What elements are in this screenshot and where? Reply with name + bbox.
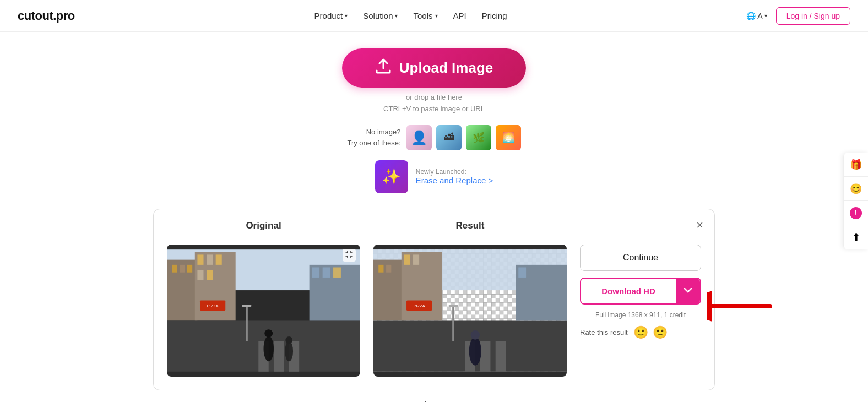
right-sidebar: 🎁 😊 ! ⬆	[843, 153, 868, 249]
svg-rect-9	[216, 254, 222, 264]
crop-icon[interactable]	[343, 249, 356, 262]
newly-launched-row: ✨ Newly Launched: Erase and Replace >	[375, 160, 493, 193]
result-image-container: PIZZA	[373, 245, 567, 377]
svg-rect-36	[386, 264, 391, 272]
svg-rect-4	[180, 264, 185, 272]
sample-images: 👤 🏙 🌿 🌅	[406, 125, 521, 150]
rate-label: Rate this result	[580, 328, 628, 336]
rate-icons: 🙂 🙁	[633, 325, 668, 340]
svg-rect-38	[404, 254, 410, 264]
thumbs-up-icon[interactable]: 🙂	[633, 325, 648, 340]
svg-rect-10	[197, 270, 203, 280]
original-image: PIZZA	[167, 245, 360, 377]
svg-rect-26	[246, 305, 248, 341]
svg-point-47	[470, 330, 480, 340]
translate-icon: 🌐	[746, 12, 756, 20]
gift-icon: 🎁	[850, 159, 862, 171]
svg-rect-8	[207, 254, 213, 264]
chevron-down-icon: ▾	[395, 13, 398, 19]
erase-replace-link[interactable]: Erase and Replace >	[416, 176, 493, 185]
more-features-chevron-up-icon: ▲	[456, 400, 464, 402]
svg-text:PIZZA: PIZZA	[207, 303, 219, 308]
svg-rect-44	[480, 341, 490, 371]
upload-image-button[interactable]: Upload Image	[342, 48, 526, 88]
rate-row: Rate this result 🙂 🙁	[580, 325, 701, 340]
svg-rect-39	[413, 254, 419, 264]
svg-rect-3	[172, 264, 177, 272]
svg-point-19	[264, 329, 273, 338]
svg-point-18	[264, 336, 274, 361]
svg-rect-45	[496, 341, 506, 371]
newly-launched-thumb: ✨	[375, 160, 408, 193]
svg-rect-51	[449, 305, 458, 307]
svg-rect-11	[207, 270, 213, 280]
original-image-container: PIZZA	[167, 245, 360, 377]
sidebar-alert-button[interactable]: !	[844, 201, 868, 225]
download-hd-button[interactable]: Download HD	[581, 279, 676, 303]
nav-tools[interactable]: Tools ▾	[413, 11, 437, 20]
sample-label: No image? Try one of these:	[347, 127, 400, 148]
svg-rect-35	[378, 264, 383, 272]
logo[interactable]: cutout.pro	[18, 9, 75, 23]
svg-point-20	[285, 341, 293, 361]
chevron-down-icon: ▾	[764, 13, 767, 19]
result-headers: Original Result	[167, 220, 701, 238]
svg-rect-5	[187, 264, 192, 272]
sample-thumb-1[interactable]: 👤	[406, 125, 432, 150]
svg-rect-7	[197, 254, 203, 264]
nav-api[interactable]: API	[453, 11, 466, 20]
close-button[interactable]: ×	[696, 218, 703, 232]
alert-icon: !	[850, 207, 862, 219]
svg-rect-49	[518, 267, 526, 277]
svg-rect-23	[312, 267, 319, 277]
result-image: PIZZA	[373, 245, 567, 377]
nav-solution[interactable]: Solution ▾	[363, 11, 398, 20]
chevron-down-icon: ▾	[435, 13, 438, 19]
red-arrow	[707, 290, 773, 325]
more-features-label: More features	[404, 400, 452, 402]
sidebar-face-button[interactable]: 😊	[844, 177, 868, 201]
nav-product[interactable]: Product ▾	[314, 11, 348, 20]
nav-pricing[interactable]: Pricing	[482, 11, 507, 20]
login-button[interactable]: Log in / Sign up	[776, 7, 850, 25]
original-label: Original	[167, 220, 360, 231]
svg-rect-24	[323, 267, 330, 277]
svg-rect-25	[333, 267, 341, 277]
result-wrapper: × Original Result	[153, 193, 715, 390]
image-info: Full image 1368 x 911, 1 credit	[580, 311, 701, 319]
more-features-row[interactable]: More features ▲	[404, 390, 464, 402]
chevron-down-icon: ▾	[345, 13, 348, 19]
thumbs-down-icon[interactable]: 🙁	[653, 325, 668, 340]
language-button[interactable]: 🌐 A ▾	[746, 12, 767, 20]
svg-rect-16	[274, 341, 284, 371]
action-panel: Continue Download HD Full image 1368 x 9…	[580, 245, 701, 340]
sample-row: No image? Try one of these: 👤 🏙 🌿 🌅	[347, 125, 520, 150]
svg-point-21	[285, 336, 292, 344]
result-panel: × Original Result	[153, 209, 715, 390]
main-content: Upload Image or drop a file here CTRL+V …	[0, 32, 868, 402]
upload-sub-text: or drop a file here CTRL+V to paste imag…	[383, 92, 485, 115]
svg-rect-27	[242, 305, 252, 307]
svg-rect-50	[452, 305, 454, 341]
continue-button[interactable]: Continue	[580, 245, 701, 271]
sidebar-upload-button[interactable]: ⬆	[844, 225, 868, 249]
download-hd-wrapper: Download HD	[580, 278, 701, 305]
sidebar-gift-button[interactable]: 🎁	[844, 153, 868, 177]
result-main-row: PIZZA	[167, 245, 701, 377]
sample-thumb-4[interactable]: 🌅	[496, 125, 521, 150]
nav-right: 🌐 A ▾ Log in / Sign up	[746, 7, 850, 25]
launch-label: Newly Launched:	[416, 168, 493, 176]
svg-text:PIZZA: PIZZA	[414, 303, 425, 308]
upload-button-label: Upload Image	[399, 59, 493, 77]
download-hd-dropdown[interactable]	[676, 279, 700, 303]
nav-links: Product ▾ Solution ▾ Tools ▾ API Pricing	[314, 11, 507, 20]
newly-launched-text: Newly Launched: Erase and Replace >	[416, 168, 493, 186]
sample-thumb-3[interactable]: 🌿	[466, 125, 491, 150]
face-icon: 😊	[850, 183, 862, 195]
svg-point-46	[469, 337, 481, 366]
upload-icon: ⬆	[852, 231, 860, 243]
sample-thumb-2[interactable]: 🏙	[436, 125, 462, 150]
navbar: cutout.pro Product ▾ Solution ▾ Tools ▾ …	[0, 0, 868, 32]
result-label: Result	[373, 220, 567, 231]
upload-icon	[375, 58, 392, 78]
